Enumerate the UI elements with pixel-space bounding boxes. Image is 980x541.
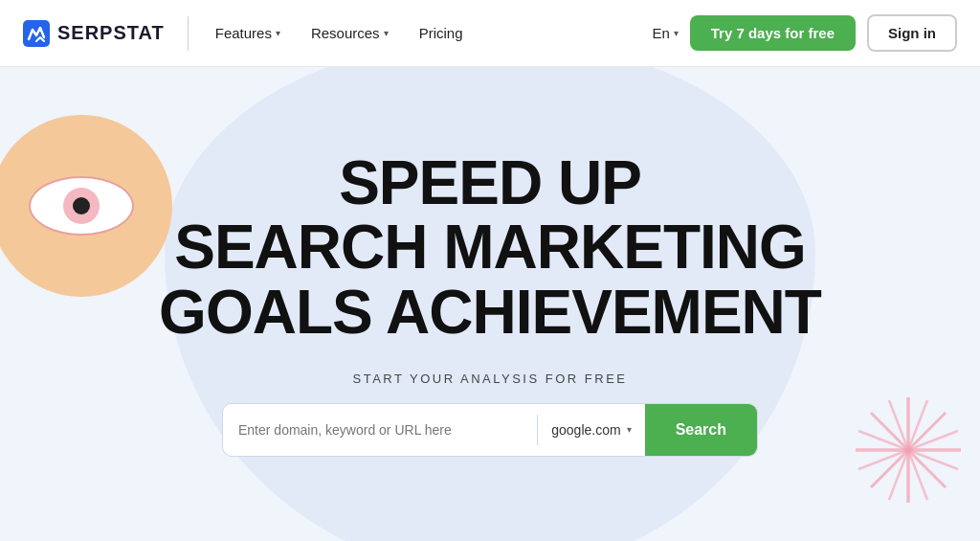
hero-subtitle: START YOUR ANALYSIS FOR FREE	[353, 372, 628, 386]
eye-decoration	[0, 115, 172, 297]
nav-right: En ▾ Try 7 days for free Sign in	[652, 14, 957, 52]
language-selector[interactable]: En ▾	[652, 25, 678, 41]
hero-title-line2: SEARCH MARKETING	[159, 215, 821, 280]
nav-divider	[188, 16, 189, 51]
resources-chevron-icon: ▾	[384, 28, 389, 38]
search-button[interactable]: Search	[645, 403, 757, 457]
hero-title: SPEED UP SEARCH MARKETING GOALS ACHIEVEM…	[159, 151, 821, 345]
search-input[interactable]	[223, 422, 537, 438]
search-engine-label: google.com	[551, 422, 620, 438]
hero-content: SPEED UP SEARCH MARKETING GOALS ACHIEVEM…	[159, 151, 821, 457]
navbar: SERPSTAT Features ▾ Resources ▾ Pricing …	[0, 0, 980, 67]
search-engine-selector[interactable]: google.com ▾	[538, 422, 644, 438]
nav-features[interactable]: Features ▾	[215, 25, 280, 41]
hero-section: SPEED UP SEARCH MARKETING GOALS ACHIEVEM…	[0, 67, 980, 541]
nav-pricing[interactable]: Pricing	[419, 25, 463, 41]
hero-title-line1: SPEED UP	[159, 151, 821, 215]
search-bar: google.com ▾ Search	[222, 403, 758, 457]
hero-title-line3: GOALS ACHIEVEMENT	[159, 281, 821, 345]
logo[interactable]: SERPSTAT	[23, 20, 165, 47]
features-chevron-icon: ▾	[276, 28, 280, 38]
nav-resources[interactable]: Resources ▾	[311, 25, 389, 41]
nav-links: Features ▾ Resources ▾ Pricing	[215, 25, 653, 41]
lang-chevron-icon: ▾	[674, 28, 679, 38]
serpstat-logo-icon	[23, 20, 50, 47]
search-engine-chevron-icon: ▾	[627, 424, 632, 435]
try-free-button[interactable]: Try 7 days for free	[690, 15, 856, 51]
sign-in-button[interactable]: Sign in	[867, 14, 957, 52]
logo-text: SERPSTAT	[57, 22, 165, 44]
starburst-decoration	[846, 388, 970, 512]
